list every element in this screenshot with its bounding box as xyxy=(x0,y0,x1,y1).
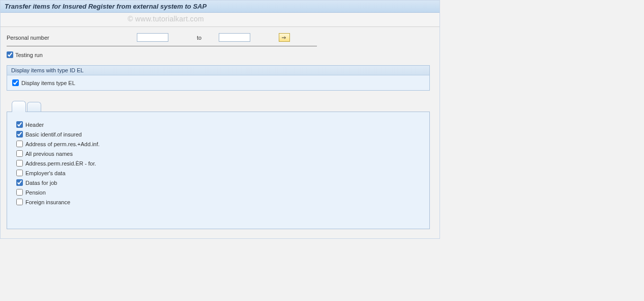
tab-panel: Header Basic identif.of insured Address … xyxy=(7,112,430,229)
check-address-perm-res-label: Address of perm.res.+Add.inf. xyxy=(25,141,100,147)
check-datas-for-job-box[interactable] xyxy=(16,179,23,186)
check-header: Header xyxy=(16,121,420,128)
check-address-perm-res-box[interactable] xyxy=(16,141,23,147)
check-address-perm-resid-er: Address.perm.resid.ÈR - for. xyxy=(16,160,420,167)
testing-run-label: Testing run xyxy=(15,52,43,58)
check-basic-identif-box[interactable] xyxy=(16,131,23,138)
personal-number-from-input[interactable] xyxy=(137,33,168,42)
group-display-el-title: Display items with type ID EL xyxy=(7,66,429,75)
check-pension: Pension xyxy=(16,189,420,196)
testing-run-checkbox[interactable] xyxy=(7,51,13,58)
arrow-right-icon xyxy=(281,35,287,40)
check-all-previous-names-label: All previous names xyxy=(25,151,73,157)
personal-number-to-input[interactable] xyxy=(219,33,250,42)
tab-2[interactable] xyxy=(27,102,41,112)
testing-run-row: Testing run xyxy=(7,51,433,58)
check-employers-data-box[interactable] xyxy=(16,170,23,176)
group-display-el: Display items with type ID EL Display it… xyxy=(7,65,430,91)
check-header-label: Header xyxy=(25,122,44,128)
check-header-box[interactable] xyxy=(16,121,23,128)
tab-1[interactable] xyxy=(12,101,26,112)
toolbar-strip: © www.tutorialkart.com xyxy=(1,13,440,27)
watermark-text: © www.tutorialkart.com xyxy=(128,15,204,23)
multiple-selection-button[interactable] xyxy=(279,33,290,42)
page-title: Transfer items for Insured Register from… xyxy=(5,3,207,10)
titlebar: Transfer items for Insured Register from… xyxy=(1,1,440,13)
check-foreign-insurance: Foreign insurance xyxy=(16,199,420,205)
check-foreign-insurance-label: Foreign insurance xyxy=(25,199,70,205)
personal-number-label: Personal number xyxy=(7,35,134,41)
display-el-row: Display items type EL xyxy=(12,79,424,86)
check-pension-box[interactable] xyxy=(16,189,23,196)
check-address-perm-resid-er-label: Address.perm.resid.ÈR - for. xyxy=(25,160,96,167)
check-basic-identif-label: Basic identif.of insured xyxy=(25,131,82,138)
check-all-previous-names: All previous names xyxy=(16,150,420,157)
check-datas-for-job-label: Datas for job xyxy=(25,180,57,186)
panel-check-list: Header Basic identif.of insured Address … xyxy=(16,121,420,205)
sap-window: Transfer items for Insured Register from… xyxy=(0,0,440,239)
display-el-label: Display items type EL xyxy=(21,80,75,86)
check-basic-identif: Basic identif.of insured xyxy=(16,131,420,138)
to-label: to xyxy=(171,35,216,41)
display-el-checkbox[interactable] xyxy=(12,79,19,86)
selection-row: Personal number to xyxy=(7,33,317,46)
check-foreign-insurance-box[interactable] xyxy=(16,199,23,205)
group-display-el-body: Display items type EL xyxy=(7,75,429,90)
tabstrip xyxy=(7,101,430,112)
check-all-previous-names-box[interactable] xyxy=(16,150,23,157)
check-pension-label: Pension xyxy=(25,189,46,196)
check-address-perm-res: Address of perm.res.+Add.inf. xyxy=(16,141,420,147)
check-address-perm-resid-er-box[interactable] xyxy=(16,160,23,167)
check-employers-data-label: Employer's data xyxy=(25,170,66,176)
content-area: Personal number to Testing run Display i… xyxy=(1,27,440,238)
check-employers-data: Employer's data xyxy=(16,170,420,176)
check-datas-for-job: Datas for job xyxy=(16,179,420,186)
tab-container: Header Basic identif.of insured Address … xyxy=(7,101,430,229)
